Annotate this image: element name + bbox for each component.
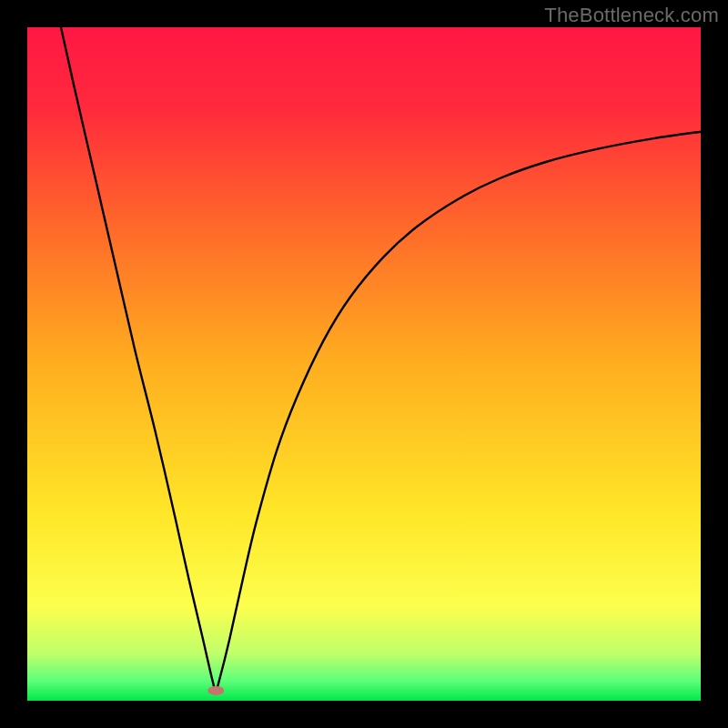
watermark-text: TheBottleneck.com <box>544 4 719 27</box>
chart-background <box>27 27 701 701</box>
curve-minimum-marker <box>207 686 224 695</box>
chart-plot <box>27 27 701 701</box>
chart-frame: TheBottleneck.com <box>0 0 728 728</box>
